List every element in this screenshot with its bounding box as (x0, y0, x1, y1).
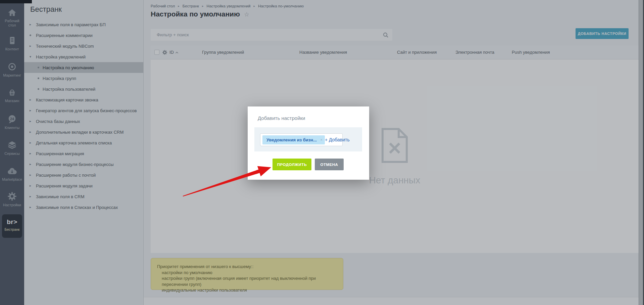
selected-tag: Уведомления из бизн... × (262, 135, 325, 144)
continue-button[interactable]: ПРОДОЛЖИТЬ (273, 159, 311, 170)
cancel-button[interactable]: ОТМЕНА (315, 159, 344, 170)
tag-remove-icon[interactable]: × (320, 138, 322, 142)
notification-group-tag-input[interactable]: Уведомления из бизн... × + Добавить (260, 133, 343, 146)
add-tag-link[interactable]: + Добавить (325, 137, 350, 142)
add-settings-modal: Добавить настройки Уведомления из бизн..… (248, 106, 369, 180)
modal-field-panel: Уведомления из бизн... × + Добавить (254, 127, 362, 151)
tag-label: Уведомления из бизн... (266, 137, 317, 142)
modal-title: Добавить настройки (258, 115, 305, 121)
